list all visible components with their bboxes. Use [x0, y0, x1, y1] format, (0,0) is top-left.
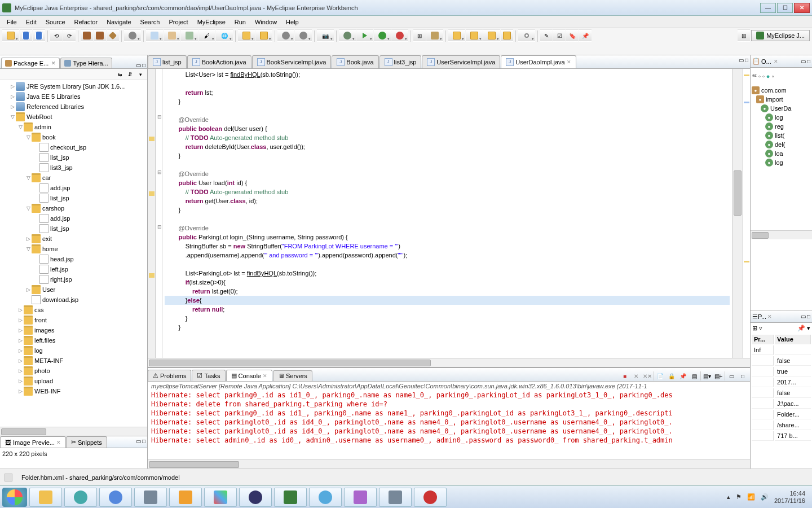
db-button[interactable]: ▾ [146, 29, 163, 42]
save-all-button[interactable] [33, 29, 45, 42]
property-row[interactable]: true [752, 367, 811, 376]
sort-icon[interactable]: ᵃᶻ [752, 73, 757, 80]
editor-tab[interactable]: Jlist_jsp [148, 55, 187, 68]
taskbar-app6[interactable] [379, 488, 412, 507]
back-button[interactable]: ⟲ [50, 29, 63, 42]
server-button[interactable]: ▾ [124, 29, 141, 42]
expand-icon[interactable]: ▽ [17, 124, 24, 130]
ext-tools-button[interactable]: ▾ [391, 29, 408, 42]
clear-console-button[interactable]: 📄 [655, 371, 665, 381]
close-icon[interactable]: ✕ [774, 59, 778, 64]
minimize-view-icon[interactable]: ▭ [801, 58, 806, 64]
editor-tab[interactable]: JBook.java [332, 55, 378, 68]
property-row[interactable]: J:\pac... [752, 399, 811, 409]
minimize-view-icon[interactable]: ▭ [136, 438, 141, 446]
close-icon[interactable]: ✕ [56, 440, 61, 445]
hide-fields-icon[interactable]: ◦ [758, 73, 761, 80]
tab-snippets[interactable]: ✂ Snippets [66, 436, 107, 448]
minimize-button[interactable]: — [760, 3, 776, 13]
hide-static-icon[interactable]: ◦ [762, 73, 765, 80]
menu-help[interactable]: Help [281, 17, 303, 27]
menu-edit[interactable]: Edit [21, 17, 41, 27]
tree-item[interactable]: ▷META-INF [1, 356, 146, 366]
maximize-editor-icon[interactable]: □ [745, 57, 748, 67]
project-tree[interactable]: ▷JRE System Library [Sun JDK 1.6...▷Java… [0, 80, 147, 427]
outline-hscrollbar[interactable] [751, 230, 812, 239]
editor-tab[interactable]: Jlist3_jsp [379, 55, 422, 68]
perspective-myeclipse[interactable]: MyEclipse J... [751, 30, 810, 41]
view-menu-icon[interactable]: ▾ [136, 70, 145, 79]
tree-item[interactable]: list3_jsp [1, 163, 146, 173]
tab-problems[interactable]: ⚠Problems [148, 370, 191, 381]
warning-marker[interactable] [149, 191, 155, 196]
outline-item[interactable]: ●UserDa [752, 104, 811, 113]
outline-item[interactable]: ●list( [752, 131, 811, 140]
expand-icon[interactable]: ▷ [17, 307, 24, 313]
tree-item[interactable]: head.jsp [1, 254, 146, 264]
remove-button[interactable]: ✕ [631, 371, 641, 381]
tab-image-preview[interactable]: 🖼 Image Previe... ✕ [0, 436, 66, 448]
link-editor-icon[interactable]: ⇵ [126, 70, 135, 79]
new-button[interactable]: ▾ [2, 29, 19, 42]
expand-icon[interactable]: ▽ [25, 205, 32, 211]
pin-console-button[interactable]: 📌 [678, 371, 688, 381]
new-pkg-button[interactable]: ⊞ [413, 29, 426, 42]
hide-nonpublic-icon[interactable]: ● [766, 73, 770, 80]
property-row[interactable]: /share... [752, 421, 811, 430]
expand-icon[interactable]: ▷ [17, 348, 24, 353]
expand-icon[interactable]: ▽ [9, 114, 16, 120]
tree-item[interactable]: add.jsp [1, 183, 146, 193]
outline-list[interactable]: ●com.com●import ●UserDa●log●reg●list(●de… [751, 85, 812, 168]
tree-item[interactable]: list_jsp [1, 152, 146, 163]
outline-item[interactable]: ●com.com [752, 86, 811, 95]
tab-tasks[interactable]: ☑Tasks [192, 370, 225, 381]
expand-icon[interactable]: ▷ [17, 368, 24, 374]
tab-servers[interactable]: 🖥Servers [273, 370, 312, 381]
tree-item[interactable]: ▷Referenced Libraries [1, 102, 146, 112]
tray-volume-icon[interactable]: 🔊 [761, 493, 769, 501]
editor-vscrollbar[interactable] [732, 69, 742, 358]
expand-icon[interactable]: ▷ [17, 388, 24, 394]
expand-icon[interactable]: ▷ [17, 358, 24, 364]
fold-icon[interactable]: ⊟ [157, 169, 162, 174]
export-button[interactable] [94, 29, 106, 42]
taskbar-app2[interactable] [134, 488, 167, 507]
taskbar-app4[interactable] [239, 488, 272, 507]
folder3-button[interactable]: ▾ [255, 29, 272, 42]
tree-item[interactable]: ▷front [1, 315, 146, 325]
outline-item[interactable]: ●loa [752, 149, 811, 158]
new-console-button[interactable]: ▤+ [713, 371, 723, 381]
close-icon[interactable]: ✕ [51, 60, 56, 66]
maximize-button[interactable]: ☐ [777, 3, 793, 13]
system-tray[interactable]: ▴ ⚑ 📶 🔊 16:44 2017/11/16 [727, 490, 810, 505]
tree-item[interactable]: ▷css [1, 305, 146, 315]
collapse-all-icon[interactable]: ⇆ [116, 70, 125, 79]
outline-item[interactable]: ●reg [752, 122, 811, 131]
outline-item[interactable]: ●log [752, 158, 811, 167]
taskbar-app5[interactable] [344, 488, 377, 507]
menu-navigate[interactable]: Navigate [102, 17, 135, 27]
properties-table[interactable]: Pr... Value Inffalsetrue2017...falseJ:\p… [751, 334, 812, 442]
remove-all-button[interactable]: ✕✕ [642, 371, 652, 381]
console-hscrollbar[interactable] [148, 459, 750, 468]
warning-marker[interactable] [149, 273, 155, 278]
deploy-button[interactable] [107, 29, 119, 42]
folding-ruler[interactable]: ⊟ ⊟ ⊟ [156, 69, 162, 358]
camera-button[interactable]: 📷▾ [317, 29, 334, 42]
tab-package-explorer[interactable]: Package E... ✕ [1, 58, 60, 68]
taskbar-clock[interactable]: 16:44 2017/11/16 [774, 490, 805, 505]
tree-item[interactable]: ▽car [1, 173, 146, 183]
tray-arrow-icon[interactable]: ▴ [727, 493, 730, 501]
outline-item[interactable]: ●del( [752, 140, 811, 149]
menu-project[interactable]: Project [164, 17, 192, 27]
property-row[interactable]: 2017... [752, 378, 811, 387]
import-button[interactable] [81, 29, 93, 42]
editor-tab[interactable]: JUserDaoImpl.java✕ [501, 55, 576, 68]
property-row[interactable]: Inf [752, 345, 811, 355]
close-icon[interactable]: ✕ [767, 314, 772, 319]
expand-icon[interactable]: ▽ [25, 134, 32, 140]
tree-item[interactable]: ▷exit [1, 234, 146, 244]
open-folder4-button[interactable] [501, 29, 513, 42]
open-folder2-button[interactable]: ▾ [466, 29, 483, 42]
tree-item[interactable]: ▷photo [1, 366, 146, 376]
